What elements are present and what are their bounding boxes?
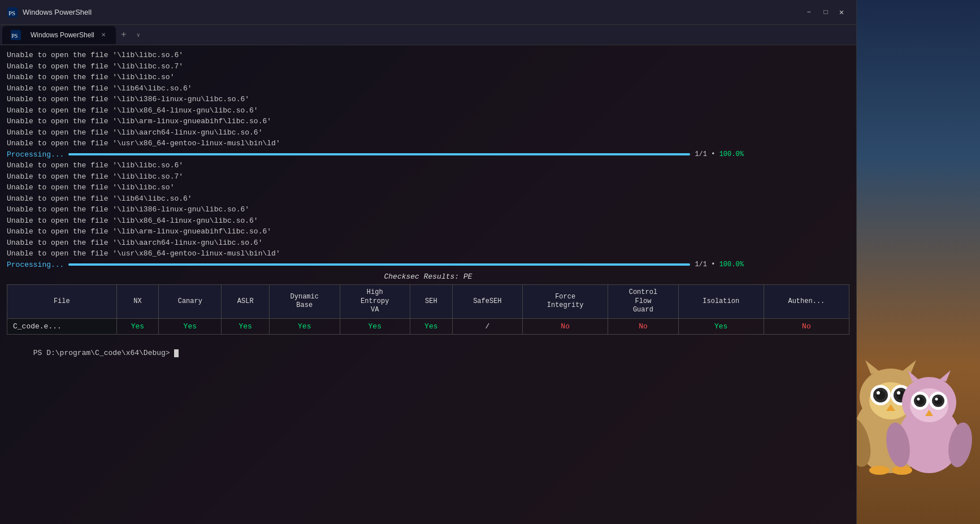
canary-cell: Yes xyxy=(159,318,222,334)
svg-marker-12 xyxy=(865,360,879,374)
table-header: SEH xyxy=(410,285,453,319)
terminal-line: Unable to open the file '\lib64\libc.so.… xyxy=(7,193,849,205)
seh-cell: Yes xyxy=(410,318,453,334)
progress-bar-1 xyxy=(68,153,690,155)
window-title: Windows PowerShell xyxy=(23,8,800,16)
tab-powershell-icon: PS xyxy=(10,29,21,41)
svg-point-27 xyxy=(934,397,942,405)
minimize-button[interactable]: − xyxy=(801,5,817,20)
progress-bar-2 xyxy=(68,263,690,266)
table-header: DynamicBase xyxy=(270,285,340,319)
powershell-icon: PS xyxy=(7,7,18,18)
processing-label-1: Processing... xyxy=(7,149,64,161)
terminal-line: Unable to open the file '\lib\aarch64-li… xyxy=(7,127,849,138)
table-header: NX xyxy=(116,285,159,319)
error-lines-block1: Unable to open the file '\lib\libc.so.6'… xyxy=(7,50,849,149)
terminal-line: Unable to open the file '\lib\libc.so.6' xyxy=(7,50,849,61)
svg-marker-30 xyxy=(908,370,919,382)
terminal-line: Unable to open the file '\lib\libc.so.7' xyxy=(7,171,849,183)
tab-label: Windows PowerShell xyxy=(31,31,94,39)
error-lines-block2: Unable to open the file '\lib\libc.so.6'… xyxy=(7,160,849,259)
terminal-line: Unable to open the file '\lib\x86_64-lin… xyxy=(7,215,849,227)
powershell-window: PS Windows PowerShell − □ ✕ PS Windows P… xyxy=(0,0,857,524)
terminal-line: Unable to open the file '\lib\libc.so.6' xyxy=(7,160,849,171)
tab-dropdown-button[interactable]: ∨ xyxy=(132,28,145,42)
table-header: HighEntropyVA xyxy=(340,285,410,319)
tab-bar: PS Windows PowerShell ✕ + ∨ xyxy=(0,25,856,45)
table-header: Isolation xyxy=(678,285,764,319)
maximize-button[interactable]: □ xyxy=(818,5,834,20)
new-tab-button[interactable]: + xyxy=(116,27,132,43)
checksec-title: Checksec Results: PE xyxy=(7,272,849,281)
svg-point-6 xyxy=(877,391,880,395)
progress-info-1: 1/1 • 100.0% xyxy=(695,149,743,159)
svg-point-28 xyxy=(935,398,938,401)
terminal-line: Unable to open the file '\lib\x86_64-lin… xyxy=(7,105,849,116)
dynamic-base-cell: Yes xyxy=(270,318,340,334)
terminal-line: Unable to open the file '\lib\libc.so.7' xyxy=(7,61,849,72)
svg-text:PS: PS xyxy=(8,10,15,16)
terminal-line: Unable to open the file '\usr\x86_64-gen… xyxy=(7,248,849,259)
terminal-line: Unable to open the file '\lib\i386-linux… xyxy=(7,94,849,105)
force-integrity-cell: No xyxy=(523,318,608,334)
auth-cell: No xyxy=(764,318,849,334)
close-button[interactable]: ✕ xyxy=(834,5,849,20)
table-header: File xyxy=(7,285,117,319)
cfg-cell: No xyxy=(608,318,679,334)
active-tab[interactable]: PS Windows PowerShell ✕ xyxy=(2,26,116,44)
high-entropy-va-cell: Yes xyxy=(340,318,410,334)
svg-point-23 xyxy=(916,397,924,405)
processing-line-1: Processing... 1/1 • 100.0% xyxy=(7,149,849,161)
table-header-row: FileNXCanaryASLRDynamicBaseHighEntropyVA… xyxy=(7,285,849,319)
progress-info-2: 1/1 • 100.0% xyxy=(695,259,743,270)
terminal-line: Unable to open the file '\lib\libc.so' xyxy=(7,72,849,83)
terminal-line: Unable to open the file '\lib\i386-linux… xyxy=(7,204,849,215)
terminal-content[interactable]: Unable to open the file '\lib\libc.so.6'… xyxy=(0,45,856,524)
checksec-table: FileNXCanaryASLRDynamicBaseHighEntropyVA… xyxy=(7,284,849,335)
terminal-line: Unable to open the file '\lib\aarch64-li… xyxy=(7,237,849,249)
ps-prompt: PS D:\program\C_code\x64\Debug> xyxy=(7,337,849,370)
processing-line-2: Processing... 1/1 • 100.0% xyxy=(7,259,849,271)
terminal-line: Unable to open the file '\usr\x86_64-gen… xyxy=(7,138,849,149)
terminal-line: Unable to open the file '\lib\arm-linux-… xyxy=(7,226,849,237)
svg-text:PS: PS xyxy=(11,32,18,38)
table-header: Authen... xyxy=(764,285,849,319)
terminal-line: Unable to open the file '\lib\arm-linux-… xyxy=(7,116,849,127)
table-header: Canary xyxy=(159,285,222,319)
table-header: ForceIntegrity xyxy=(523,285,608,319)
cursor xyxy=(174,349,179,357)
table-header: ASLR xyxy=(222,285,270,319)
isolation-cell: Yes xyxy=(678,318,764,334)
safeseh-cell: / xyxy=(452,318,523,334)
terminal-line: Unable to open the file '\lib\libc.so' xyxy=(7,182,849,193)
table-row: C_code.e... Yes Yes Yes Yes Yes Yes / No… xyxy=(7,318,849,334)
svg-marker-31 xyxy=(939,370,951,382)
file-cell: C_code.e... xyxy=(7,318,117,334)
nx-cell: Yes xyxy=(116,318,159,334)
aslr-cell: Yes xyxy=(222,318,270,334)
checksec-section: Checksec Results: PE FileNXCanaryASLRDyn… xyxy=(7,270,849,337)
table-header: ControlFlowGuard xyxy=(608,285,679,319)
tab-close-button[interactable]: ✕ xyxy=(99,31,108,40)
processing-label-2: Processing... xyxy=(7,259,64,271)
terminal-line: Unable to open the file '\lib64\libc.so.… xyxy=(7,83,849,94)
table-header: SafeSEH xyxy=(452,285,523,319)
titlebar: PS Windows PowerShell − □ ✕ xyxy=(0,0,856,25)
svg-point-24 xyxy=(917,398,920,401)
